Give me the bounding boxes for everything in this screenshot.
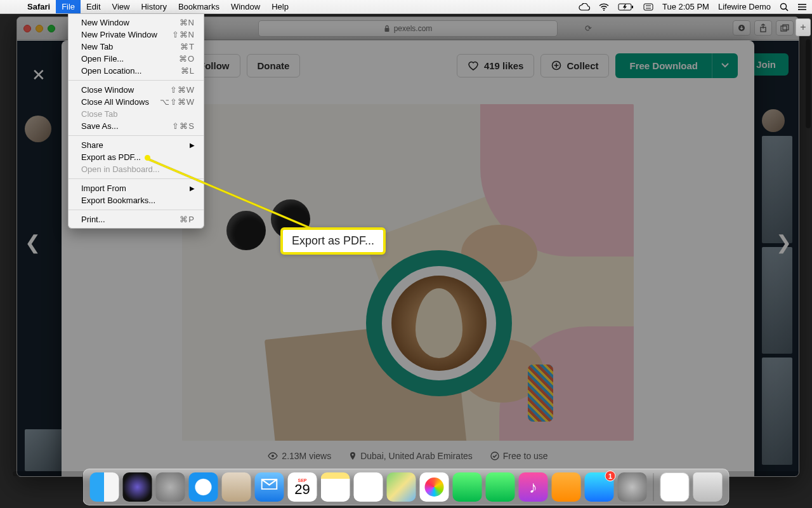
svg-point-0 (603, 10, 605, 11)
battery-icon[interactable] (613, 0, 639, 13)
dock-maps-icon[interactable] (387, 472, 416, 502)
dock-mail-icon[interactable] (255, 472, 284, 502)
list-item[interactable] (762, 358, 792, 465)
dock-finder-icon[interactable] (90, 472, 119, 502)
svg-rect-3 (644, 4, 653, 10)
menu-item-close-tab: Close Tab (69, 108, 204, 120)
app-name[interactable]: Safari (22, 2, 56, 11)
menu-item-open-location[interactable]: Open Location...⌘L (69, 65, 204, 77)
share-button[interactable] (754, 20, 772, 36)
address-bar[interactable]: pexels.com (258, 20, 558, 37)
menu-bookmarks[interactable]: Bookmarks (173, 0, 225, 13)
dock-appstore-icon[interactable]: 1 (585, 472, 614, 502)
collect-button[interactable]: Collect (540, 54, 609, 77)
license-text: Free to use (503, 451, 548, 461)
thumbnail-strip-right (762, 109, 792, 465)
dock-separator (653, 473, 654, 501)
dock-notes-icon[interactable] (321, 472, 350, 502)
free-download-button[interactable]: Free Download (615, 53, 738, 78)
avatar[interactable] (25, 116, 51, 142)
vertical-scrollbar[interactable] (806, 39, 811, 128)
wifi-icon[interactable] (594, 0, 613, 13)
list-item[interactable] (762, 136, 792, 243)
list-item[interactable] (25, 429, 64, 471)
close-lightbox-button[interactable]: ✕ (27, 64, 50, 86)
main-photo[interactable] (182, 104, 634, 441)
window-close-button[interactable] (23, 25, 31, 32)
reload-button[interactable]: ⟳ (585, 23, 592, 33)
menu-item-export-as-pdf[interactable]: Export as PDF... (69, 151, 204, 163)
svg-point-11 (798, 4, 799, 5)
menu-view[interactable]: View (107, 0, 136, 13)
menu-file[interactable]: File (56, 0, 81, 13)
download-options-button[interactable] (712, 53, 738, 78)
dock-safari-icon[interactable] (189, 472, 218, 502)
menu-item-new-private-window[interactable]: New Private Window⇧⌘N (69, 29, 204, 41)
creative-cloud-icon[interactable] (574, 0, 594, 13)
svg-rect-2 (632, 6, 633, 8)
window-minimize-button[interactable] (36, 25, 43, 32)
menu-item-import-from[interactable]: Import From▶ (69, 182, 204, 194)
chevron-down-icon (721, 63, 729, 68)
spotlight-icon[interactable] (775, 0, 793, 13)
menu-item-new-window[interactable]: New Window⌘N (69, 17, 204, 29)
svg-point-21 (352, 454, 354, 456)
macos-menubar: Safari File Edit View History Bookmarks … (0, 0, 812, 14)
notification-center-icon[interactable] (793, 0, 812, 13)
menu-item-close-window[interactable]: Close Window⇧⌘W (69, 84, 204, 96)
avatar[interactable] (762, 109, 785, 132)
dock-facetime-icon[interactable] (486, 472, 515, 502)
user-name[interactable]: Lifewire Demo (714, 0, 775, 13)
menu-item-save-as[interactable]: Save As...⇧⌘S (69, 120, 204, 132)
dock-messages-icon[interactable] (453, 472, 482, 502)
file-menu-dropdown: New Window⌘NNew Private Window⇧⌘NNew Tab… (68, 14, 204, 229)
menu-item-share[interactable]: Share▶ (69, 139, 204, 151)
next-photo-button[interactable]: ❯ (771, 231, 796, 253)
annotation-callout: Export as PDF... (280, 227, 386, 255)
dock-siri-icon[interactable] (123, 472, 152, 502)
menu-help[interactable]: Help (266, 0, 294, 13)
dock-calendar-icon[interactable]: SEP29 (288, 472, 317, 502)
downloads-button[interactable] (733, 20, 750, 36)
clock[interactable]: Tue 2:05 PM (658, 0, 714, 13)
dock-launchpad-icon[interactable] (156, 472, 185, 502)
appstore-badge: 1 (605, 471, 616, 481)
location-icon (349, 451, 357, 460)
menu-history[interactable]: History (135, 0, 172, 13)
check-circle-icon (490, 451, 499, 460)
url-host: pexels.com (394, 24, 433, 33)
dock-contacts-icon[interactable] (222, 472, 251, 502)
menu-window[interactable]: Window (225, 0, 266, 13)
window-zoom-button[interactable] (48, 25, 55, 32)
menu-item-print[interactable]: Print...⌘P (69, 213, 204, 225)
location-text: Dubai, United Arab Emirates (360, 451, 473, 461)
annotation-anchor-dot (145, 155, 150, 161)
dock-trash-icon[interactable] (693, 472, 723, 502)
lock-icon (384, 25, 390, 32)
dock-settings-icon[interactable] (618, 472, 647, 502)
donate-button[interactable]: Donate (247, 54, 301, 77)
prev-photo-button[interactable]: ❮ (20, 231, 45, 253)
dock-books-icon[interactable] (552, 472, 581, 502)
new-tab-button[interactable]: + (796, 18, 811, 36)
menu-item-export-bookmarks[interactable]: Export Bookmarks... (69, 194, 204, 206)
list-item[interactable] (762, 247, 792, 354)
dock-reminders-icon[interactable] (354, 472, 383, 502)
macos-dock: SEP29 ♪ 1 (83, 469, 730, 505)
dock-music-icon[interactable]: ♪ (519, 472, 548, 502)
menu-item-open-file[interactable]: Open File...⌘O (69, 53, 204, 65)
menu-edit[interactable]: Edit (81, 0, 106, 13)
svg-point-12 (798, 6, 799, 8)
dock-preview-doc-icon[interactable] (660, 472, 690, 502)
likes-button[interactable]: 419 likes (457, 54, 535, 77)
tabs-button[interactable] (776, 20, 794, 36)
control-center-icon[interactable] (639, 0, 658, 13)
plus-circle-icon (551, 60, 561, 70)
svg-rect-17 (781, 26, 787, 31)
dock-photos-icon[interactable] (420, 472, 449, 502)
menu-item-close-all-windows[interactable]: Close All Windows⌥⇧⌘W (69, 96, 204, 108)
thumbnail-strip-left (25, 116, 64, 471)
views-text: 2.13M views (282, 451, 331, 461)
menu-item-new-tab[interactable]: New Tab⌘T (69, 41, 204, 53)
submenu-arrow-icon: ▶ (190, 185, 195, 192)
